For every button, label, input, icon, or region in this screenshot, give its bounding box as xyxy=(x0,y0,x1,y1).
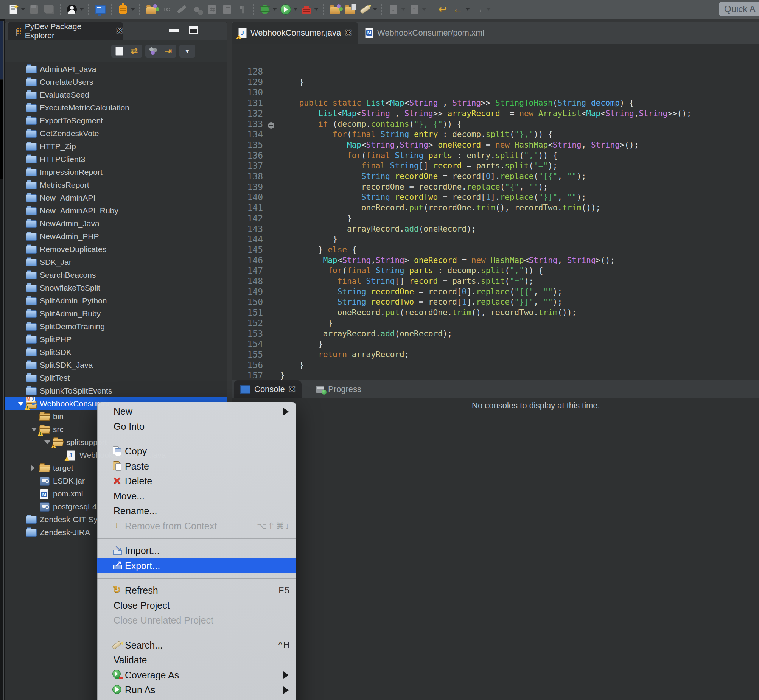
folder-closed-icon xyxy=(26,206,37,216)
collapse-arrow-icon[interactable] xyxy=(31,428,39,431)
menu-item-delete[interactable]: Delete xyxy=(97,474,296,489)
fold-marker-icon[interactable] xyxy=(268,122,274,129)
tree-item-httpclient3[interactable]: HTTPClient3 xyxy=(5,153,227,166)
tree-item-correlateusers[interactable]: CorrelateUsers xyxy=(5,76,227,89)
menu-item-rename[interactable]: Rename... xyxy=(97,504,296,519)
tree-item-searchbeacons[interactable]: SearchBeacons xyxy=(5,269,227,281)
tree-item-adminapi-java[interactable]: AdminAPI_Java xyxy=(5,63,227,76)
console-tab-strip: Console✕Progress xyxy=(231,380,759,398)
tree-item-impressionreport[interactable]: ImpressionReport xyxy=(5,166,227,178)
menu-item-run-as[interactable]: Run As xyxy=(97,683,296,698)
profile-button[interactable] xyxy=(300,3,319,16)
tree-item-splitsdk[interactable]: SplitSDK xyxy=(5,346,227,359)
menu-item-coverage-as[interactable]: Coverage As xyxy=(97,668,296,683)
toolbar-separator xyxy=(431,4,432,15)
menu-item-refresh[interactable]: RefreshF5 xyxy=(97,583,296,598)
dropdown-arrow-icon[interactable] xyxy=(131,8,135,11)
dropdown-arrow-icon[interactable] xyxy=(486,8,491,11)
dropdown-arrow-icon[interactable] xyxy=(373,8,377,11)
minimize-view-icon[interactable] xyxy=(169,29,179,32)
tree-item-newadmin-java[interactable]: NewAdmin_Java xyxy=(5,217,227,230)
dropdown-arrow-icon[interactable] xyxy=(422,8,426,11)
new-wizard-button[interactable]: ✦ xyxy=(7,3,25,16)
console-tab-console[interactable]: Console✕ xyxy=(234,380,301,398)
tree-item-splitadmin-python[interactable]: SplitAdmin_Python xyxy=(5,294,227,307)
tab-pydev-package-explorer[interactable]: PyDev Package Explorer ✕ xyxy=(8,22,123,41)
menu-item-export[interactable]: Export... xyxy=(97,558,296,573)
menu-item-paste[interactable]: Paste xyxy=(97,459,296,474)
dropdown-arrow-icon[interactable] xyxy=(293,8,298,11)
debug-button[interactable] xyxy=(258,3,277,16)
collapse-arrow-icon[interactable] xyxy=(44,441,53,444)
prev-annotation-icon: ↑ xyxy=(408,3,421,16)
tree-item-splunktosplitevents[interactable]: SplunkToSplitEvents xyxy=(5,384,227,397)
open-task-folder-button[interactable] xyxy=(145,3,158,16)
last-edit-location-button[interactable]: ↩ xyxy=(436,3,449,16)
dropdown-arrow-icon[interactable] xyxy=(21,8,25,11)
quick-access-box[interactable]: Quick A xyxy=(719,2,759,16)
tree-item-snowflaketosplit[interactable]: SnowflakeToSplit xyxy=(5,281,227,294)
dropdown-arrow-icon[interactable] xyxy=(272,8,277,11)
tree-item-exporttosegment[interactable]: ExportToSegment xyxy=(5,114,227,127)
tree-item-sdk-jar[interactable]: SDK_Jar xyxy=(5,256,227,269)
remote-console-button[interactable] xyxy=(94,3,107,16)
user-profile-button[interactable] xyxy=(66,3,84,16)
menu-item-search[interactable]: Search...^H xyxy=(97,638,296,653)
focus-task-icon[interactable]: ⇥ xyxy=(164,46,173,56)
back-button[interactable]: ← xyxy=(451,3,470,16)
tree-item-splitadmin-ruby[interactable]: SplitAdmin_Ruby xyxy=(5,307,227,320)
menu-item-new[interactable]: New xyxy=(97,404,296,419)
menu-item-close-project[interactable]: Close Project xyxy=(97,598,296,613)
collapse-all-icon[interactable] xyxy=(114,46,124,56)
dropdown-arrow-icon[interactable] xyxy=(80,8,84,11)
dropdown-arrow-icon[interactable] xyxy=(314,8,319,11)
maximize-view-icon[interactable] xyxy=(189,27,198,34)
code-line: } xyxy=(280,370,691,381)
remote-console-icon xyxy=(94,3,107,16)
tree-item-getzendeskvote[interactable]: GetZendeskVote xyxy=(5,127,227,140)
tree-item-splitphp[interactable]: SplitPHP xyxy=(5,333,227,346)
menu-item-go-into[interactable]: Go Into xyxy=(97,419,296,434)
code-line: String recordTwo = record[1].replace("}]… xyxy=(280,192,691,203)
tree-item-new-adminapi-ruby[interactable]: New_AdminAPI_Ruby xyxy=(5,204,227,217)
close-view-icon[interactable]: ✕ xyxy=(116,26,123,36)
run-button[interactable] xyxy=(279,3,298,16)
menu-item-validate[interactable]: Validate xyxy=(97,653,296,668)
dropdown-arrow-icon[interactable] xyxy=(401,8,406,11)
split-bug-button[interactable] xyxy=(117,3,135,16)
tree-item-metricsreport[interactable]: MetricsReport xyxy=(5,178,227,191)
tree-item-splittest[interactable]: SplitTest xyxy=(5,372,227,384)
editor-tab-webhookconsumer-pom-xml[interactable]: MWebhookConsumer/pom.xml xyxy=(358,22,490,44)
folder-closed-icon xyxy=(26,155,37,164)
close-tab-icon[interactable]: ✕ xyxy=(345,28,351,38)
tree-item-new-adminapi[interactable]: New_AdminAPI xyxy=(5,191,227,204)
tree-item-executemetriccalculation[interactable]: ExecuteMetricCalculation xyxy=(5,102,227,114)
compare-doc-icon: ⇆ xyxy=(205,3,218,16)
collapse-arrow-icon[interactable] xyxy=(18,402,26,406)
open-folder-clipboard-button[interactable] xyxy=(344,3,356,16)
tree-item-label: SearchBeacons xyxy=(40,270,96,280)
editor-tab-webhookconsumer-java[interactable]: J!WebhookConsumer.java✕ xyxy=(231,22,358,44)
tree-item-label: MetricsReport xyxy=(40,180,89,189)
tree-item-evaluateseed[interactable]: EvaluateSeed xyxy=(5,89,227,102)
link-with-editor-icon[interactable]: ⇄ xyxy=(130,46,139,56)
tree-item-http-zip[interactable]: HTTP_Zip xyxy=(5,140,227,153)
highlighter-button[interactable] xyxy=(359,3,377,16)
menu-item-copy[interactable]: Copy xyxy=(97,444,296,459)
menu-item-move[interactable]: Move... xyxy=(97,489,296,504)
menu-item-import[interactable]: Import... xyxy=(97,543,296,558)
tree-item-splitsdk-java[interactable]: SplitSDK_Java xyxy=(5,359,227,372)
package-presentation-icon[interactable] xyxy=(148,46,158,56)
tree-item-removeduplicates[interactable]: RemoveDuplicates xyxy=(5,243,227,256)
open-folder-objects-button[interactable] xyxy=(328,3,341,16)
folder-closed-icon xyxy=(26,180,37,190)
editor-body[interactable]: 1281291301311321331341351361371381391401… xyxy=(231,44,759,380)
expand-arrow-icon[interactable] xyxy=(31,465,39,471)
tree-item-newadmin-php[interactable]: NewAdmin_PHP xyxy=(5,230,227,243)
menu-item-label: Validate xyxy=(114,655,147,666)
dropdown-arrow-icon[interactable] xyxy=(465,8,470,11)
view-menu-icon[interactable]: ▼ xyxy=(183,46,192,56)
tree-item-splitdemotraining[interactable]: SplitDemoTraining xyxy=(5,320,227,333)
console-tab-progress[interactable]: Progress xyxy=(310,380,367,398)
close-tab-icon[interactable]: ✕ xyxy=(289,384,295,394)
